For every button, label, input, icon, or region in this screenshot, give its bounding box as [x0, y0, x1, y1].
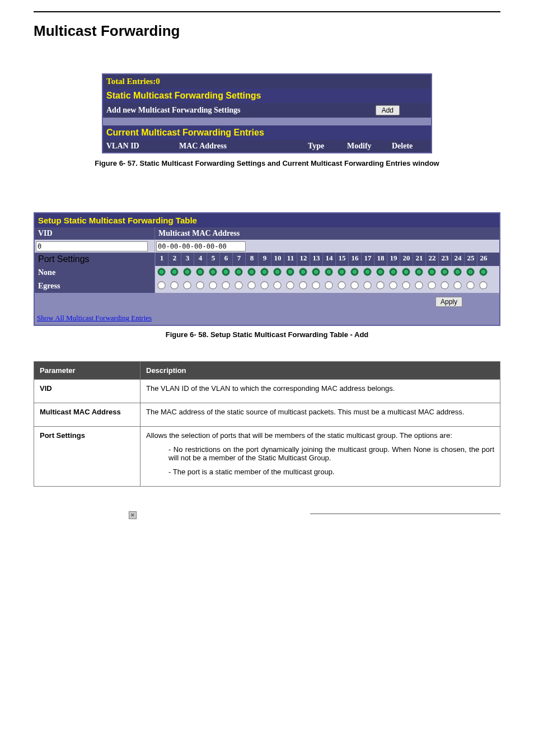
port-col-10: 10 — [271, 253, 284, 266]
egress-radio-port-1[interactable] — [157, 281, 165, 289]
none-radio-port-2[interactable] — [170, 268, 178, 276]
show-all-link-row: Show All Multicast Forwarding Entries — [35, 310, 499, 325]
table-row: Multicast MAC Address The MAC address of… — [34, 403, 500, 427]
port-col-6: 6 — [219, 253, 232, 266]
figure-caption-1: Figure 6- 57. Static Multicast Forwardin… — [34, 159, 500, 167]
egress-radio-port-16[interactable] — [350, 281, 358, 289]
none-radio-port-9[interactable] — [260, 268, 268, 276]
none-radio-port-10[interactable] — [273, 268, 281, 276]
none-radio-cell-9 — [258, 266, 271, 279]
egress-radio-port-18[interactable] — [376, 281, 384, 289]
egress-radio-port-21[interactable] — [415, 281, 423, 289]
none-radio-cell-16 — [348, 266, 361, 279]
port-col-5: 5 — [207, 253, 219, 266]
param-name-mac: Multicast MAC Address — [34, 403, 140, 427]
none-radio-port-24[interactable] — [453, 268, 461, 276]
none-radio-port-16[interactable] — [350, 268, 358, 276]
egress-radio-port-12[interactable] — [299, 281, 307, 289]
egress-radio-port-8[interactable] — [247, 281, 255, 289]
param-desc-mac: The MAC address of the static source of … — [146, 408, 494, 416]
egress-radio-port-15[interactable] — [338, 281, 345, 289]
egress-radio-port-5[interactable] — [209, 281, 217, 289]
param-note-egress: - The port is a static member of the mul… — [146, 468, 494, 476]
port-col-8: 8 — [245, 253, 258, 266]
none-radio-port-18[interactable] — [376, 268, 384, 276]
none-radio-port-21[interactable] — [415, 268, 423, 276]
none-radio-port-6[interactable] — [222, 268, 229, 276]
egress-radio-port-6[interactable] — [222, 281, 229, 289]
none-radio-port-13[interactable] — [312, 268, 320, 276]
egress-row-label: Egress — [35, 279, 155, 293]
param-name-port: Port Settings — [34, 427, 140, 487]
none-radio-port-1[interactable] — [157, 268, 165, 276]
port-col-1: 1 — [155, 253, 168, 266]
none-radio-port-26[interactable] — [479, 268, 487, 276]
desc-header: Description — [140, 362, 500, 380]
none-radio-port-3[interactable] — [183, 268, 191, 276]
egress-radio-port-10[interactable] — [273, 281, 281, 289]
egress-radio-cell-5 — [207, 279, 219, 293]
none-radio-port-5[interactable] — [209, 268, 217, 276]
none-radio-port-17[interactable] — [363, 268, 371, 276]
egress-radio-port-13[interactable] — [312, 281, 320, 289]
param-header: Parameter — [34, 362, 140, 380]
none-radio-port-12[interactable] — [299, 268, 307, 276]
none-radio-port-7[interactable] — [235, 268, 242, 276]
egress-radio-port-4[interactable] — [196, 281, 204, 289]
egress-radio-port-17[interactable] — [363, 281, 371, 289]
none-radio-port-8[interactable] — [247, 268, 255, 276]
egress-radio-port-23[interactable] — [441, 281, 448, 289]
add-button[interactable]: Add — [376, 105, 400, 115]
mac-input[interactable] — [156, 241, 246, 251]
egress-radio-port-24[interactable] — [453, 281, 461, 289]
port-col-2: 2 — [168, 253, 181, 266]
port-col-22: 22 — [425, 253, 438, 266]
port-col-25: 25 — [464, 253, 477, 266]
egress-radio-port-14[interactable] — [325, 281, 332, 289]
egress-radio-port-26[interactable] — [479, 281, 487, 289]
current-entries-header: Current Multicast Forwarding Entries — [103, 125, 431, 140]
egress-radio-port-11[interactable] — [286, 281, 294, 289]
none-radio-port-23[interactable] — [441, 268, 448, 276]
port-col-17: 17 — [361, 253, 374, 266]
egress-radio-cell-21 — [413, 279, 425, 293]
port-col-7: 7 — [232, 253, 245, 266]
none-radio-port-20[interactable] — [402, 268, 410, 276]
broken-image-icon: ✕ — [129, 511, 137, 519]
table-row: VID The VLAN ID of the VLAN to which the… — [34, 380, 500, 403]
none-radio-cell-10 — [271, 266, 284, 279]
none-radio-port-11[interactable] — [286, 268, 294, 276]
vid-input[interactable] — [36, 241, 148, 251]
none-radio-cell-19 — [387, 266, 400, 279]
none-radio-port-15[interactable] — [338, 268, 345, 276]
none-radio-cell-5 — [207, 266, 219, 279]
egress-radio-port-9[interactable] — [260, 281, 268, 289]
none-radio-port-4[interactable] — [196, 268, 204, 276]
egress-radio-port-22[interactable] — [428, 281, 435, 289]
egress-radio-port-2[interactable] — [170, 281, 178, 289]
egress-radio-port-7[interactable] — [235, 281, 242, 289]
egress-radio-port-25[interactable] — [466, 281, 474, 289]
show-all-link[interactable]: Show All Multicast Forwarding Entries — [37, 314, 152, 322]
none-radio-port-25[interactable] — [466, 268, 474, 276]
port-col-26: 26 — [477, 253, 490, 266]
port-col-11: 11 — [284, 253, 297, 266]
none-radio-port-19[interactable] — [389, 268, 397, 276]
port-col-24: 24 — [451, 253, 464, 266]
egress-radio-port-3[interactable] — [183, 281, 191, 289]
none-radio-port-14[interactable] — [325, 268, 332, 276]
egress-radio-cell-13 — [310, 279, 322, 293]
egress-radio-port-19[interactable] — [389, 281, 397, 289]
none-radio-cell-6 — [219, 266, 232, 279]
add-new-label: Add new Multicast Forwarding Settings — [106, 106, 241, 115]
none-radio-port-22[interactable] — [428, 268, 435, 276]
port-col-18: 18 — [374, 253, 387, 266]
port-col-13: 13 — [310, 253, 322, 266]
egress-radio-port-20[interactable] — [402, 281, 410, 289]
egress-radio-cell-7 — [232, 279, 245, 293]
none-radio-cell-21 — [413, 266, 425, 279]
apply-button[interactable]: Apply — [435, 297, 462, 307]
port-col-12: 12 — [297, 253, 310, 266]
page-title: Multicast Forwarding — [34, 22, 500, 40]
none-radio-cell-13 — [310, 266, 322, 279]
